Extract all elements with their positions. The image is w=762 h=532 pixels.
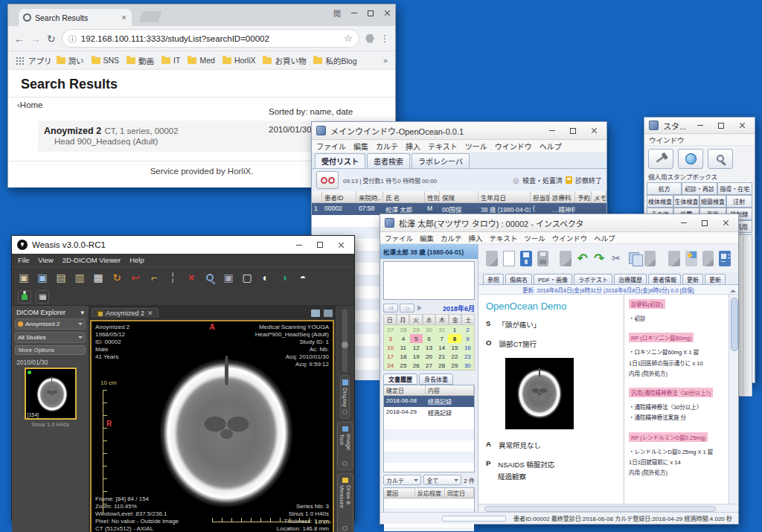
- calendar-day[interactable]: 25: [397, 361, 409, 370]
- reload-icon[interactable]: ↻: [47, 33, 56, 45]
- column-header[interactable]: 生年月日: [478, 191, 531, 203]
- stamp-tab[interactable]: 生体検査: [673, 195, 700, 208]
- new-document-icon[interactable]: [503, 251, 515, 266]
- menu-item[interactable]: テキスト: [490, 233, 518, 243]
- attachment-icon[interactable]: [685, 251, 697, 266]
- calendar-day[interactable]: 31: [435, 325, 448, 334]
- document-row[interactable]: 2018-04-29経過記録: [384, 407, 474, 418]
- calendar-day[interactable]: 29: [448, 361, 461, 370]
- browser-tab[interactable]: Search Results: [19, 9, 132, 26]
- save-icon[interactable]: [520, 251, 532, 266]
- maximize-icon[interactable]: [570, 128, 576, 134]
- calendar-day[interactable]: 27: [384, 325, 397, 334]
- maximize-icon[interactable]: [718, 123, 724, 129]
- scrollbar[interactable]: [743, 236, 751, 395]
- url-text[interactable]: 192.168.100.111:3333/studyList?searchID=…: [81, 34, 340, 43]
- screenshot-icon[interactable]: ▣: [221, 270, 236, 285]
- tab-close-icon[interactable]: [121, 15, 126, 19]
- tab-display[interactable]: Display: [340, 375, 350, 419]
- calendar-next-icon[interactable]: [417, 305, 425, 311]
- column-header[interactable]: [312, 191, 322, 203]
- minimize-icon[interactable]: [681, 222, 687, 223]
- stamp-entry[interactable]: RP (レンドルミンD錠0.25mg) ・レンドルミンD錠0.25mg X 1 …: [629, 432, 734, 479]
- calendar-day[interactable]: 30: [461, 361, 474, 370]
- published-stamps-button[interactable]: [678, 149, 703, 169]
- menu-item[interactable]: カルテ: [441, 233, 462, 243]
- stamp-tab[interactable]: 注射: [726, 195, 753, 208]
- stamp-maker-button[interactable]: [648, 149, 673, 169]
- stamp-tab[interactable]: 処方: [647, 182, 682, 195]
- bookmark-item[interactable]: Med: [188, 55, 214, 66]
- calendar-day[interactable]: 15: [448, 343, 461, 352]
- frame-slider[interactable]: [342, 309, 348, 372]
- ct-image-attachment[interactable]: [505, 358, 574, 429]
- karte-tab[interactable]: 更新: [682, 274, 703, 284]
- calendar-prev-button[interactable]: ◁: [383, 304, 398, 313]
- calendar-day[interactable]: 3: [384, 334, 397, 343]
- browser-menu-icon[interactable]: ⋮: [380, 33, 389, 44]
- viewer-tab[interactable]: Anoymized 2 ✕: [92, 308, 159, 318]
- print-icon[interactable]: [537, 251, 549, 266]
- karte-tab[interactable]: 参照: [483, 274, 504, 284]
- export-dicom-icon[interactable]: ▤: [54, 270, 68, 285]
- calendar-day[interactable]: 21: [435, 352, 448, 361]
- profile-badge[interactable]: 閲: [333, 7, 341, 19]
- paste-icon[interactable]: [644, 251, 656, 266]
- redo-icon[interactable]: ↷: [594, 251, 606, 266]
- column-header[interactable]: 氏 名: [383, 191, 425, 203]
- column-header[interactable]: 同定日: [445, 488, 474, 499]
- reset-icon[interactable]: ↩: [128, 270, 143, 285]
- tab-document-history[interactable]: 文書履歴: [383, 374, 417, 385]
- pin-icon[interactable]: [342, 409, 348, 414]
- calendar-day[interactable]: 30: [423, 325, 435, 334]
- calendar-day[interactable]: 20: [423, 352, 435, 361]
- bookmark-item[interactable]: 潤い: [57, 55, 84, 66]
- stamp-search-button[interactable]: [708, 149, 733, 169]
- menu-item[interactable]: ツール: [465, 141, 487, 152]
- tab-draw-measure[interactable]: Draw & Measure: [337, 473, 353, 532]
- extension-icon[interactable]: [365, 34, 374, 43]
- order-pane[interactable]: 診察料(初診) ・初診 RP (ロキソニン錠60mg) ・ロキソニン錠60mg …: [624, 295, 738, 504]
- dicom-viewport[interactable]: Anoymized 21968/05/12ID: 00002Male41 Yea…: [90, 320, 334, 532]
- calendar-day[interactable]: 29: [410, 325, 423, 334]
- karte-tab[interactable]: 治療履歴: [614, 274, 647, 284]
- menu-item[interactable]: 挿入: [406, 141, 420, 152]
- bookmark-item[interactable]: HorliX: [222, 55, 256, 66]
- contrast-icon[interactable]: ◐: [258, 270, 273, 285]
- calendar-today-button[interactable]: □: [400, 304, 414, 313]
- insurance-card-icon[interactable]: [719, 251, 731, 266]
- bookmarks-overflow-icon[interactable]: »: [383, 56, 388, 65]
- menu-item[interactable]: View: [38, 256, 53, 264]
- minimize-icon[interactable]: [296, 245, 302, 246]
- zoom-icon[interactable]: [202, 270, 217, 285]
- menu-item[interactable]: 挿入: [469, 233, 483, 243]
- crop-selection-icon[interactable]: ⌐: [147, 270, 161, 285]
- close-icon[interactable]: [723, 219, 729, 226]
- tab-labo-receiver[interactable]: ラボレシーバ: [412, 153, 470, 168]
- bookmark-star-icon[interactable]: ☆: [344, 33, 353, 44]
- copy-icon[interactable]: [627, 251, 639, 266]
- column-header[interactable]: 診療科: [550, 191, 575, 203]
- apps-grid-icon[interactable]: [16, 57, 24, 65]
- invert-lut-icon[interactable]: ◓: [295, 270, 310, 285]
- metadata-icon[interactable]: ▢: [240, 270, 254, 285]
- back-icon[interactable]: ←: [14, 33, 25, 45]
- tab-reception-list[interactable]: 受付リスト: [315, 153, 365, 168]
- menu-item[interactable]: ツール: [524, 233, 545, 243]
- maximize-icon[interactable]: [317, 242, 323, 248]
- send-claim-icon[interactable]: [560, 251, 572, 266]
- panel-tool-icon[interactable]: [36, 290, 49, 304]
- document-row[interactable]: 2018-06-08経過記録: [384, 396, 474, 407]
- column-header[interactable]: 来院時..: [356, 191, 383, 203]
- print-icon[interactable]: ▥: [72, 270, 87, 285]
- patient-select[interactable]: Anoymized 2: [15, 318, 86, 330]
- stamp-tab[interactable]: 細菌検査: [699, 195, 726, 208]
- studies-select[interactable]: All Studies: [15, 332, 86, 343]
- calendar-day[interactable]: 14: [435, 343, 448, 352]
- settings-icon[interactable]: [324, 310, 333, 317]
- calendar-day[interactable]: 26: [410, 361, 423, 370]
- column-header[interactable]: 性別: [425, 191, 440, 203]
- column-header[interactable]: 担当医: [531, 191, 550, 203]
- new-tab-button[interactable]: [138, 11, 161, 22]
- stamp-entry[interactable]: 診察料(初診) ・初診: [629, 299, 734, 324]
